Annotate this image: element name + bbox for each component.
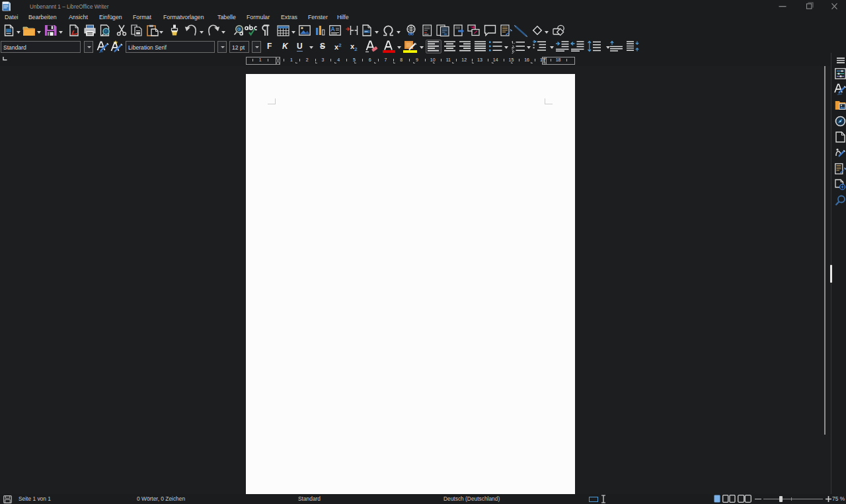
- svg-text:A: A: [331, 26, 335, 32]
